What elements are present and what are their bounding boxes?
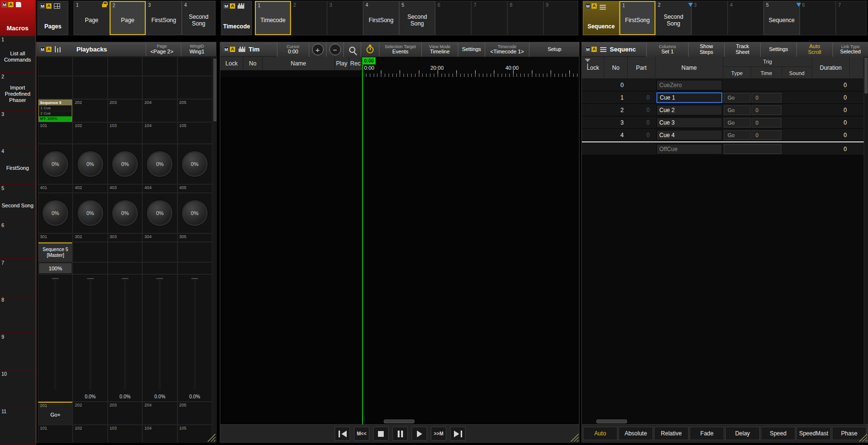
macro-item-6[interactable]: 6 — [0, 222, 35, 259]
playbacks-titlebar[interactable]: MA Playbacks Page <Page 2> WingID Wing1 — [37, 42, 216, 57]
encoder-phase-button[interactable]: Phase — [832, 427, 867, 440]
ruler-minor-ticks[interactable] — [362, 74, 579, 77]
tab-empty-3[interactable]: 3 — [327, 1, 363, 35]
tab-firstsong-selected[interactable]: 1FirstSong — [619, 1, 655, 35]
view-mode-button[interactable]: View Mode Timeline — [421, 42, 458, 57]
fader-103[interactable]: 0.0% — [108, 274, 142, 402]
fader-104[interactable]: 0.0% — [142, 274, 177, 402]
tab-page-1[interactable]: 1 Page — [74, 1, 110, 35]
zoom-out-button[interactable]: − — [326, 42, 343, 57]
executor-cell[interactable] — [73, 57, 107, 76]
executor-cell[interactable] — [142, 242, 177, 262]
executor-button-204[interactable]: 204 — [142, 402, 177, 425]
encoder-knob-304[interactable]: 0% — [146, 200, 173, 227]
column-rec[interactable]: Rec — [349, 57, 362, 70]
show-steps-button[interactable]: Show Steps — [688, 42, 724, 57]
fader-102[interactable]: 0.0% — [73, 274, 107, 402]
encoder-knob-401[interactable]: 0% — [42, 151, 69, 178]
cell-no[interactable]: 2 — [604, 104, 628, 116]
cell-duration[interactable]: 0 — [812, 143, 850, 155]
cell-sound[interactable] — [782, 104, 812, 116]
column-play[interactable]: Play — [335, 57, 349, 70]
cell-part[interactable]: 0 — [628, 91, 655, 103]
page-indicator[interactable]: Page <Page 2> — [146, 42, 177, 56]
selection-target-button[interactable]: Selection Target Events — [379, 42, 421, 57]
skip-to-start-button[interactable] — [335, 427, 350, 441]
vertical-scrollbar[interactable] — [864, 57, 868, 424]
encoder-auto-button[interactable]: Auto — [583, 427, 617, 440]
executor-cell[interactable] — [177, 76, 212, 99]
encoder-knob-405[interactable]: 0% — [181, 151, 208, 178]
tab-empty-4[interactable]: 4 — [728, 1, 764, 35]
executor-cell[interactable] — [73, 262, 107, 274]
executor-cell-101[interactable]: 101 — [38, 122, 73, 144]
tab-empty-7[interactable]: 7 — [471, 1, 507, 35]
zoom-in-button[interactable]: + — [309, 42, 326, 57]
executor-button-101[interactable]: 101 — [38, 425, 73, 443]
sequence-pool-button[interactable]: MA Sequence — [583, 1, 619, 35]
fader-101[interactable] — [38, 274, 73, 402]
macro-item-9[interactable]: 9 — [0, 333, 35, 370]
cell-part[interactable]: 0 — [628, 104, 655, 116]
h-scrollbar-handle[interactable] — [384, 420, 415, 423]
fader-105[interactable]: 0.0% — [177, 274, 212, 402]
encoder-knob-303[interactable]: 0% — [112, 200, 138, 227]
macro-item-8[interactable]: 8 — [0, 296, 35, 333]
macro-item-4[interactable]: 4FirstSong — [0, 148, 35, 185]
tab-empty-6[interactable]: 6 — [800, 1, 836, 35]
go-plus-button[interactable]: 201Go+ — [38, 402, 73, 425]
cell-type[interactable] — [723, 79, 751, 91]
macro-item-10[interactable]: 10 — [0, 370, 35, 407]
macro-item-2[interactable]: 2Import Predefined Phaser — [0, 73, 35, 110]
executor-cell[interactable] — [38, 57, 73, 76]
executor-cell-203[interactable]: 203 — [108, 99, 142, 122]
fader-track[interactable] — [55, 280, 56, 390]
vertical-scrollbar[interactable] — [213, 57, 217, 442]
executor-button-205[interactable]: 205 — [177, 402, 212, 425]
executor-cell[interactable] — [108, 242, 142, 262]
encoder-delay-button[interactable]: Delay — [725, 427, 760, 440]
executor-cell-104[interactable]: 104 — [142, 122, 177, 144]
encoder-knob-301[interactable]: 0% — [42, 200, 69, 227]
skip-to-end-button[interactable] — [450, 427, 465, 441]
executor-button-203[interactable]: 203 — [108, 402, 142, 425]
encoder-fade-button[interactable]: Fade — [690, 427, 724, 440]
tab-timecode-1-selected[interactable]: 1Timecode — [255, 1, 291, 35]
executor-cell[interactable] — [108, 76, 142, 99]
executor-button-202[interactable]: 202 — [73, 402, 107, 425]
timeline-canvas[interactable] — [220, 77, 579, 424]
cell-duration[interactable]: 0 — [812, 104, 850, 116]
fader-track[interactable] — [89, 280, 91, 390]
header-lock[interactable]: Lock — [582, 57, 604, 79]
stop-button[interactable] — [373, 427, 389, 441]
tab-empty-7[interactable]: 7 — [836, 1, 867, 35]
cell-sound[interactable] — [782, 91, 812, 103]
macro-pool-header[interactable]: MA Macros — [0, 0, 35, 36]
executor-cell-202[interactable]: 202 — [73, 99, 107, 122]
cell-time[interactable] — [751, 79, 782, 91]
tab-empty-3[interactable]: 3 — [692, 1, 728, 35]
pause-button[interactable] — [392, 427, 408, 441]
settings-button[interactable]: Settings — [760, 42, 796, 57]
pages-pool-button[interactable]: MA Pages — [38, 1, 68, 35]
encoder-knob-402[interactable]: 0% — [77, 151, 104, 178]
header-no[interactable]: No — [604, 57, 628, 79]
cell-duration[interactable]: 0 — [812, 116, 850, 128]
cell-lock[interactable] — [582, 116, 604, 128]
executor-cell-201-sequence[interactable]: Sequence 5 1 Cue 2 Cue MT: 100% — [38, 99, 73, 122]
link-type-button[interactable]: Link Type Selected — [832, 42, 868, 57]
marker-rewind-button[interactable]: M<< — [354, 427, 369, 441]
executor-cell[interactable] — [142, 76, 177, 99]
play-button[interactable] — [412, 427, 427, 441]
executor-cell[interactable] — [73, 242, 107, 262]
cell-trig-empty[interactable] — [724, 144, 781, 154]
encoder-knob-403[interactable]: 0% — [112, 151, 138, 178]
cell-sound[interactable] — [782, 116, 812, 128]
scrollbar-thumb[interactable] — [214, 59, 216, 121]
auto-scroll-button[interactable]: Auto Scroll — [796, 42, 832, 57]
cell-part[interactable] — [628, 79, 655, 91]
cell-lock[interactable] — [582, 79, 604, 91]
cell-sound[interactable] — [782, 79, 812, 91]
timecode-cursor-line[interactable] — [362, 57, 363, 424]
cell-no[interactable]: 0 — [604, 79, 628, 91]
